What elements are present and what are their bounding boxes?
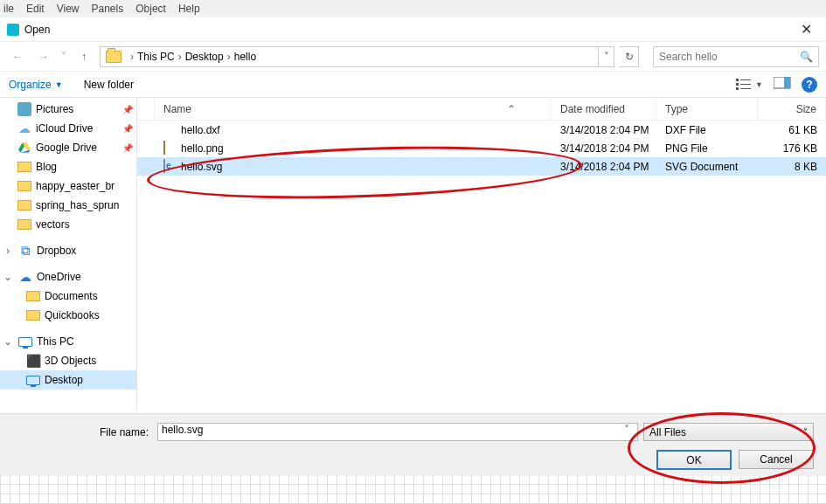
view-list-icon	[736, 79, 753, 91]
filename-input-box[interactable]: ˅	[157, 423, 638, 441]
tree-blog[interactable]: Blog	[0, 157, 136, 176]
file-row-svg[interactable]: hello.svg 3/14/2018 2:04 PM SVG Document…	[137, 157, 826, 176]
app-menubar: ile Edit View Panels Object Help	[0, 0, 826, 17]
filter-label: All Files	[649, 426, 686, 438]
breadcrumb-dropdown[interactable]: ˅	[598, 47, 614, 66]
pictures-icon	[17, 102, 31, 116]
menu-edit[interactable]: Edit	[26, 3, 45, 15]
crumb-desktop[interactable]: Desktop	[185, 51, 224, 63]
folder-icon	[17, 219, 31, 230]
pin-icon: 📌	[122, 124, 133, 134]
column-date[interactable]: Date modified	[552, 98, 656, 120]
menu-object[interactable]: Object	[135, 3, 166, 15]
nav-forward[interactable]: →	[33, 46, 54, 67]
column-size[interactable]: Size	[758, 98, 826, 120]
desktop-icon	[26, 376, 40, 385]
close-button[interactable]: ✕	[794, 21, 819, 38]
checkbox-column[interactable]	[137, 98, 155, 120]
search-input[interactable]	[659, 51, 790, 63]
tree-quickbooks[interactable]: Quickbooks	[0, 306, 136, 325]
onedrive-icon: ☁	[18, 270, 32, 284]
preview-pane-icon	[774, 77, 791, 89]
filename-dropdown[interactable]: ˅	[624, 424, 629, 436]
file-list[interactable]: Name⌃ Date modified Type Size hello.dxf …	[137, 98, 826, 411]
tree-desktop[interactable]: Desktop	[0, 370, 136, 390]
gdrive-icon	[17, 141, 31, 155]
toolbar: Organize▼ New folder ▼ ?	[0, 72, 826, 98]
view-mode-button[interactable]: ▼	[736, 79, 763, 91]
tree-pictures[interactable]: Pictures📌	[0, 100, 136, 119]
dialog-titlebar: Open ✕	[0, 17, 826, 42]
nav-recent-dropdown[interactable]: ˅	[59, 46, 68, 67]
tree-dropbox[interactable]: ›⧉Dropbox	[0, 241, 136, 260]
pin-icon: 📌	[122, 105, 133, 114]
chevron-icon[interactable]: ›	[127, 51, 137, 63]
tree-documents[interactable]: Documents	[0, 287, 136, 306]
svg-rect-1	[736, 83, 739, 86]
dropbox-icon: ⧉	[18, 244, 32, 258]
tree-3dobjects[interactable]: ⬛3D Objects	[0, 351, 136, 370]
dialog-icon	[7, 24, 19, 36]
background-canvas-grid	[0, 476, 826, 504]
nav-back[interactable]: ←	[7, 46, 28, 67]
breadcrumb-bar[interactable]: › This PC › Desktop › hello ˅	[100, 46, 614, 67]
tree-this-pc[interactable]: ⌄This PC	[0, 332, 136, 351]
menu-view[interactable]: View	[57, 3, 80, 15]
menu-help[interactable]: Help	[178, 3, 200, 15]
svg-rect-2	[736, 87, 739, 90]
chevron-icon[interactable]: ›	[175, 51, 185, 63]
folder-icon	[17, 200, 31, 211]
tree-icloud[interactable]: ☁iCloud Drive📌	[0, 119, 136, 138]
ok-button[interactable]: OK	[656, 450, 732, 470]
refresh-button[interactable]: ↻	[620, 46, 639, 67]
svg-rect-5	[740, 88, 751, 89]
expand-icon[interactable]: ›	[3, 245, 12, 257]
dialog-title: Open	[24, 24, 50, 36]
tree-onedrive[interactable]: ⌄☁OneDrive	[0, 267, 136, 287]
svg-rect-7	[784, 77, 790, 88]
dialog-footer: File name: ˅ All Files ˅ OK Cancel	[0, 413, 826, 476]
filename-input[interactable]	[162, 424, 621, 436]
chevron-down-icon: ˅	[803, 427, 808, 437]
tree-happy-easter[interactable]: happy_easter_br	[0, 176, 136, 196]
menu-file[interactable]: ile	[3, 3, 14, 15]
svg-rect-3	[740, 79, 751, 80]
column-name[interactable]: Name⌃	[155, 98, 552, 120]
chevron-icon[interactable]: ›	[224, 51, 234, 63]
svg-file-icon	[163, 160, 177, 173]
nav-up[interactable]: ↑	[73, 46, 94, 67]
column-type[interactable]: Type	[656, 98, 758, 120]
search-icon[interactable]: 🔍	[800, 51, 813, 63]
tree-vectors[interactable]: vectors	[0, 215, 136, 234]
menu-panels[interactable]: Panels	[92, 3, 124, 15]
pin-icon: 📌	[122, 143, 133, 153]
icloud-icon: ☁	[17, 121, 31, 135]
png-file-icon	[163, 142, 177, 155]
search-box[interactable]: 🔍	[653, 46, 819, 67]
cancel-button[interactable]: Cancel	[739, 450, 814, 469]
help-button[interactable]: ?	[802, 77, 817, 93]
new-folder-button[interactable]: New folder	[84, 79, 134, 91]
navbar: ← → ˅ ↑ › This PC › Desktop › hello ˅ ↻ …	[0, 42, 826, 72]
svg-rect-4	[740, 84, 751, 85]
tree-gdrive[interactable]: Google Drive📌	[0, 138, 136, 157]
file-row-dxf[interactable]: hello.dxf 3/14/2018 2:04 PM DXF File 61 …	[137, 121, 826, 139]
file-row-png[interactable]: hello.png 3/14/2018 2:04 PM PNG File 176…	[137, 139, 826, 157]
tree-spring[interactable]: spring_has_sprun	[0, 196, 136, 215]
folder-icon	[106, 51, 121, 63]
crumb-thispc[interactable]: This PC	[137, 51, 175, 63]
organize-menu[interactable]: Organize▼	[9, 79, 63, 91]
crumb-hello[interactable]: hello	[234, 51, 256, 63]
3d-objects-icon: ⬛	[26, 354, 40, 368]
svg-rect-0	[736, 79, 739, 81]
nav-tree[interactable]: Pictures📌 ☁iCloud Drive📌 Google Drive📌 B…	[0, 98, 137, 411]
filetype-filter[interactable]: All Files ˅	[643, 423, 814, 441]
folder-icon	[26, 291, 40, 301]
sort-indicator-icon: ⌃	[507, 103, 516, 115]
folder-icon	[17, 181, 31, 191]
expand-icon[interactable]: ⌄	[3, 335, 12, 348]
pc-icon	[18, 337, 32, 347]
filename-label: File name:	[12, 426, 152, 438]
preview-pane-button[interactable]	[774, 77, 791, 92]
expand-icon[interactable]: ⌄	[3, 271, 12, 283]
